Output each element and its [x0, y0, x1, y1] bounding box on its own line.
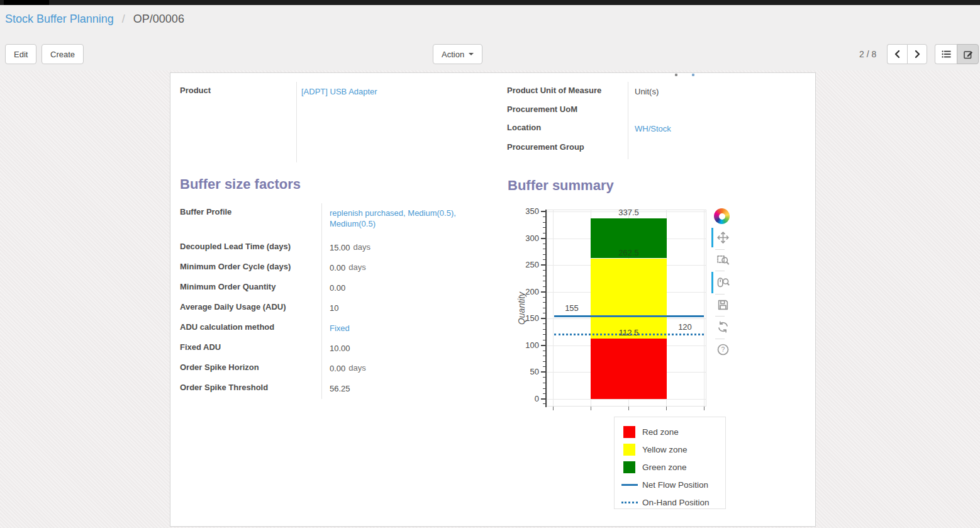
reset-tool-button[interactable] — [715, 319, 730, 334]
chart-y-axis-minor-tick — [543, 351, 546, 351]
field-label-procurement-group: Procurement Group — [507, 138, 628, 152]
field-value-link[interactable]: Fixed — [330, 323, 350, 333]
chart-y-axis-minor-tick — [543, 308, 546, 308]
field-label: ADU calculation method — [180, 318, 321, 332]
wheel-zoom-tool-button[interactable] — [715, 274, 730, 289]
create-button[interactable]: Create — [42, 44, 84, 64]
section-title-buffer-size-factors: Buffer size factors — [180, 176, 301, 193]
chart-y-axis-minor-tick — [543, 361, 546, 362]
legend-item: Red zone — [615, 423, 725, 441]
field-value: 0.00 — [330, 364, 345, 373]
field-row: Minimum Order Cycle (days)0.00days — [180, 258, 493, 278]
chart-y-axis-minor-tick — [543, 403, 546, 404]
chart-y-axis-major-tick — [541, 371, 546, 373]
chart-x-axis-tick — [666, 407, 667, 410]
field-label: Buffer Profile — [180, 203, 321, 217]
legend-item-label: Net Flow Position — [642, 480, 708, 490]
bokeh-logo[interactable] — [714, 208, 730, 224]
caret-down-icon — [469, 53, 474, 55]
chart-value-label: 262.5 — [603, 248, 654, 257]
legend-item: On-Hand Position — [615, 493, 725, 511]
edit-button[interactable]: Edit — [5, 44, 36, 64]
field-value: 0.00 — [330, 283, 345, 293]
field-row: Order Spike Horizon0.00days — [180, 359, 493, 379]
field-unit: days — [348, 262, 365, 272]
group-procurement: Product Unit of Measure Unit(s) Procurem… — [507, 82, 808, 159]
field-value: 10.00 — [330, 344, 350, 353]
legend-item-label: Red zone — [642, 427, 679, 437]
legend-item: Yellow zone — [615, 441, 725, 458]
section-title-buffer-summary: Buffer summary — [508, 177, 614, 194]
chart-x-axis-tick — [704, 407, 704, 410]
help-icon: ? — [716, 343, 730, 356]
chart-y-axis-minor-tick — [543, 286, 546, 287]
form-view-button[interactable] — [957, 44, 979, 64]
chart-y-axis-minor-tick — [543, 254, 546, 255]
chart-y-axis-major-tick — [541, 291, 546, 293]
field-label: Minimum Order Cycle (days) — [180, 258, 321, 272]
field-label: Order Spike Threshold — [180, 379, 321, 393]
field-row: Product Unit of Measure Unit(s) — [507, 82, 808, 101]
pan-icon — [716, 231, 730, 244]
chart-legend: Red zoneYellow zoneGreen zoneNet Flow Po… — [614, 417, 726, 509]
toolbar-divider — [715, 249, 725, 250]
group-buffer-size-factors: Buffer Profilereplenish purchased, Mediu… — [180, 203, 493, 399]
chart-y-axis-major-tick — [541, 345, 546, 346]
chart-y-axis-major-tick — [541, 398, 546, 400]
chart-y-axis-minor-tick — [543, 249, 546, 249]
content-background: Product [ADPT] USB Adapter Product Unit … — [0, 70, 980, 528]
chart-y-axis-minor-tick — [543, 356, 546, 356]
list-view-icon — [942, 50, 951, 59]
chart-y-axis-minor-tick — [543, 281, 546, 281]
action-dropdown-button[interactable]: Action — [433, 44, 482, 64]
breadcrumb: Stock Buffer Planning / OP/00006 — [5, 13, 184, 26]
save-tool-button[interactable] — [715, 297, 730, 312]
legend-swatch-on-hand-position — [621, 502, 638, 503]
top-menu-remnant — [4, 0, 49, 5]
field-row: Product [ADPT] USB Adapter — [180, 82, 493, 162]
field-value-location-link[interactable]: WH/Stock — [635, 124, 671, 133]
field-value: 56.25 — [330, 384, 350, 393]
chart-value-label: 337.5 — [603, 208, 654, 217]
help-tool-button[interactable]: ? — [715, 342, 730, 357]
legend-item-label: Green zone — [642, 463, 687, 472]
box-zoom-icon — [716, 253, 730, 266]
group-product: Product [ADPT] USB Adapter — [180, 82, 493, 162]
legend-swatch-yellow-zone — [623, 444, 635, 456]
pager-buttons — [887, 44, 927, 64]
wheel-zoom-icon — [716, 276, 730, 289]
chart-y-axis-minor-tick — [543, 334, 546, 335]
toolbar-divider — [715, 294, 725, 295]
legend-item: Green zone — [615, 458, 725, 476]
field-value-link[interactable]: replenish purchased, Medium(0.5), Medium… — [330, 208, 456, 228]
chart-gridline-vertical — [704, 210, 704, 407]
chart-y-axis-minor-tick — [543, 302, 546, 303]
control-panel: Stock Buffer Planning / OP/00006 Edit Cr… — [0, 5, 980, 70]
clipped-text-remnant — [692, 74, 694, 76]
reset-icon — [716, 320, 730, 334]
field-value-product-link[interactable]: [ADPT] USB Adapter — [301, 87, 377, 96]
chart-x-axis-tick — [553, 407, 554, 410]
breadcrumb-parent-link[interactable]: Stock Buffer Planning — [5, 13, 114, 25]
field-row: Average Daily Usage (ADU)10 — [180, 298, 493, 318]
chart-y-axis-major-tick — [541, 238, 546, 239]
chart-y-axis-minor-tick — [543, 388, 546, 389]
buffer-summary-chart[interactable]: 050100150200250300350155120337.5262.5112… — [504, 205, 752, 520]
chart-y-axis-major-tick — [541, 264, 546, 266]
top-menu-bar — [0, 0, 980, 5]
field-row: Location WH/Stock — [507, 119, 808, 138]
chart-y-axis-minor-tick — [543, 340, 546, 340]
field-value: 15.00 — [330, 243, 350, 252]
field-label: Minimum Order Quantity — [180, 278, 321, 292]
list-view-button[interactable] — [935, 44, 957, 64]
box-zoom-tool-button[interactable] — [715, 252, 730, 267]
pager-previous-button[interactable] — [887, 44, 907, 64]
chart-y-axis-minor-tick — [543, 313, 546, 313]
chart-y-axis-minor-tick — [543, 366, 546, 367]
field-unit: days — [348, 363, 365, 373]
chart-y-axis-minor-tick — [543, 222, 546, 223]
field-value: 10 — [330, 303, 338, 313]
pager-next-button[interactable] — [907, 44, 927, 64]
pan-tool-button[interactable] — [715, 230, 730, 245]
chart-plot-area[interactable]: 050100150200250300350155120337.5262.5112… — [504, 205, 711, 419]
